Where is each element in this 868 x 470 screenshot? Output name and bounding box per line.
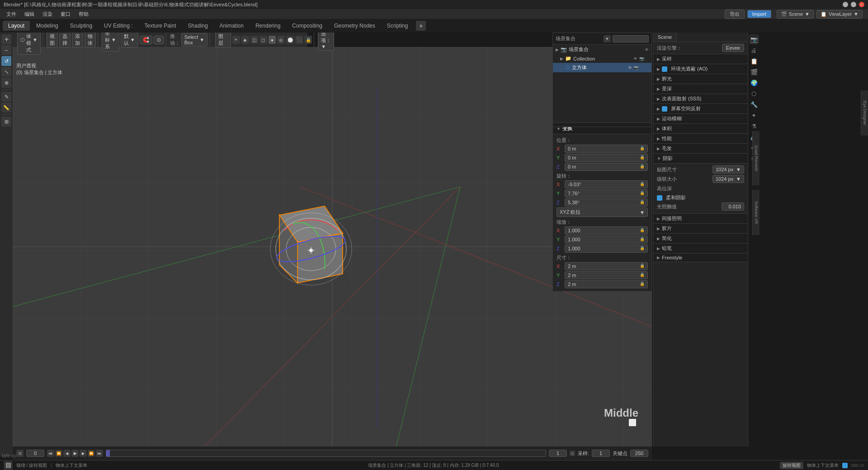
material-preview-btn[interactable]: ◎ — [277, 36, 285, 44]
wireframe-btn[interactable]: ◻ — [259, 36, 267, 44]
outliner-search[interactable] — [613, 35, 649, 42]
shadow-section-header[interactable]: ▼ 阴影 — [653, 154, 748, 164]
render-region-btn[interactable]: ⬛ — [295, 36, 303, 44]
measure-tool[interactable]: 📏 — [1, 103, 11, 113]
outliner-row-cube[interactable]: ⬡ 立方体 👁 📷 — [553, 63, 651, 72]
menu-edit[interactable]: 编辑 — [21, 10, 38, 19]
timeline-mode-btn[interactable]: ⊡ — [16, 450, 24, 457]
maximize-button[interactable]: □ — [851, 2, 856, 7]
cascade-size-select[interactable]: 1024 px ▼ — [712, 175, 744, 183]
next-keyframe-btn[interactable]: ⏩ — [88, 450, 95, 457]
dim-x-input[interactable]: 2 m 🔒 — [565, 262, 648, 270]
transform-pivot-selector[interactable]: 默认 ▼ — [121, 32, 138, 48]
import-button[interactable]: Import — [747, 10, 771, 18]
scale-x-input[interactable]: 1.000 🔒 — [565, 226, 648, 235]
timeline-scrubber[interactable] — [106, 450, 546, 457]
export-button[interactable]: 导出 — [725, 9, 745, 19]
sss-section[interactable]: ▶ 次表面散射 (SSS) — [653, 94, 748, 104]
film-section[interactable]: ▶ 胶片 — [653, 224, 748, 234]
menu-file[interactable]: 文件 — [3, 10, 20, 19]
annotate-tool[interactable]: ✎ — [1, 92, 11, 102]
rotation-mode-selector[interactable]: XYZ 欧拉 ▼ — [557, 207, 648, 217]
render-props-icon[interactable]: 📷 — [749, 34, 759, 44]
menu-window[interactable]: 窗口 — [57, 10, 74, 19]
outliner-row-collection[interactable]: ▶ 📁 Collection 👁 📷 — [553, 54, 651, 63]
object-btn[interactable]: 物体 — [85, 32, 96, 48]
scene-selector[interactable]: 🎬 Scene ▼ — [777, 10, 814, 19]
add-btn[interactable]: 添加 — [72, 32, 83, 48]
tab-modeling[interactable]: Modeling — [31, 21, 64, 31]
ao-checkbox[interactable] — [662, 66, 667, 72]
outliner-filter-btn[interactable]: ▼ — [604, 35, 611, 42]
light-threshold-value[interactable]: 0.010 — [722, 202, 744, 211]
lock-btn[interactable]: 🔒 — [304, 36, 312, 44]
play-btn[interactable]: ▶ — [71, 450, 79, 457]
tab-shading[interactable]: Shading — [183, 21, 213, 31]
view-layer-props-icon[interactable]: 📋 — [749, 56, 759, 66]
prev-frame-btn[interactable]: ◀ — [63, 450, 71, 457]
viewport-btn[interactable]: 视图 — [47, 32, 58, 48]
menu-render[interactable]: 渲染 — [39, 10, 56, 19]
tab-layout[interactable]: Layout — [3, 21, 30, 31]
soft-shadow-checkbox[interactable] — [657, 195, 662, 201]
rotate-tool[interactable]: ↺ — [1, 56, 11, 66]
jump-start-btn[interactable]: ⏮ — [47, 450, 54, 457]
select-box-button[interactable]: Select Box ▼ — [181, 33, 208, 47]
prev-keyframe-btn[interactable]: ⏪ — [55, 450, 62, 457]
rot-z-input[interactable]: 5.38° 🔒 — [565, 198, 648, 207]
dim-z-input[interactable]: 2 m 🔒 — [565, 280, 648, 288]
end-frame-input2[interactable]: 250 — [630, 450, 648, 457]
rendered-btn[interactable]: ⚪ — [286, 36, 294, 44]
hair-section[interactable]: ▶ 毛发 — [653, 144, 748, 154]
minimize-button[interactable]: ─ — [843, 2, 848, 7]
tab-animation[interactable]: Animation — [214, 21, 249, 31]
bloom-section[interactable]: ▶ 辉光 — [653, 74, 748, 84]
freestyle-section[interactable]: ▶ Freestyle — [653, 254, 748, 262]
sampling-section[interactable]: ▶ 采样 — [653, 54, 748, 64]
ssr-section[interactable]: ▶ 屏幕空间反射 — [653, 104, 748, 114]
tab-scripting[interactable]: Scripting — [382, 21, 414, 31]
scale-tool[interactable]: ⤡ — [1, 67, 11, 77]
viewlayer-selector[interactable]: 📋 ViewLayer ▼ — [816, 10, 863, 19]
solid-btn[interactable]: ● — [269, 36, 276, 44]
viewport-overlay-btn[interactable]: ◈ — [241, 36, 249, 44]
viewport-gizmo-btn[interactable]: ⌖ — [232, 36, 240, 44]
add-workspace-button[interactable]: + — [416, 21, 426, 31]
scale-y-input[interactable]: 1.000 🔒 — [565, 235, 648, 244]
rot-x-input[interactable]: -9.03° 🔒 — [565, 180, 648, 188]
tab-sculpting[interactable]: Sculpting — [65, 21, 98, 31]
snap-button[interactable]: 🧲 — [140, 36, 152, 44]
tab-geometry-nodes[interactable]: Geometry Nodes — [329, 21, 381, 31]
tab-uv-editing[interactable]: UV Editing : — [99, 21, 138, 31]
scale-z-input[interactable]: 1.000 🔒 — [565, 244, 648, 253]
end-frame-input[interactable]: 1 — [592, 450, 610, 457]
dim-y-input[interactable]: 2 m 🔒 — [565, 271, 648, 279]
ssr-checkbox[interactable] — [662, 106, 667, 112]
next-frame-btn[interactable]: ▶ — [80, 450, 87, 457]
grease-pencil-section[interactable]: ▶ 铅笔 — [653, 244, 748, 254]
indirect-section[interactable]: ▶ 间接照明 — [653, 214, 748, 224]
loc-x-input[interactable]: 0 m 🔒 — [565, 145, 648, 153]
performance-section[interactable]: ▶ 性能 — [653, 134, 748, 144]
start-frame-input[interactable]: 0 — [26, 450, 44, 457]
rot-y-input[interactable]: 7.76° 🔒 — [565, 189, 648, 197]
simplify-section[interactable]: ▶ 简化 — [653, 234, 748, 244]
motionblur-section[interactable]: ▶ 运动模糊 — [653, 114, 748, 124]
close-button[interactable]: × — [859, 2, 864, 7]
select-btn[interactable]: 选择 — [59, 32, 71, 48]
particle-props-icon[interactable]: ✦ — [749, 110, 759, 120]
shadow-map-size-select[interactable]: 1024 px ▼ — [712, 165, 744, 174]
cursor-tool[interactable]: ✛ — [1, 34, 11, 44]
loc-y-input[interactable]: 0 m 🔒 — [565, 154, 648, 162]
tab-texture-paint[interactable]: Texture Paint — [139, 21, 181, 31]
tab-rendering[interactable]: Rendering — [250, 21, 286, 31]
rotate-mode-btn[interactable]: 旋转视图 — [780, 462, 803, 469]
render-engine-selector[interactable]: Eevee — [722, 44, 744, 52]
outliner-row-scene[interactable]: ▶ 📷 场景集合 👁 — [553, 45, 651, 54]
menu-help[interactable]: 帮助 — [75, 10, 92, 19]
object-props-icon[interactable]: ⬡ — [749, 89, 759, 99]
tab-compositing[interactable]: Compositing — [287, 21, 328, 31]
move-tool[interactable]: ↔ — [1, 45, 11, 55]
add-tool[interactable]: ⊞ — [1, 117, 11, 127]
jump-end-btn[interactable]: ⏭ — [96, 450, 103, 457]
